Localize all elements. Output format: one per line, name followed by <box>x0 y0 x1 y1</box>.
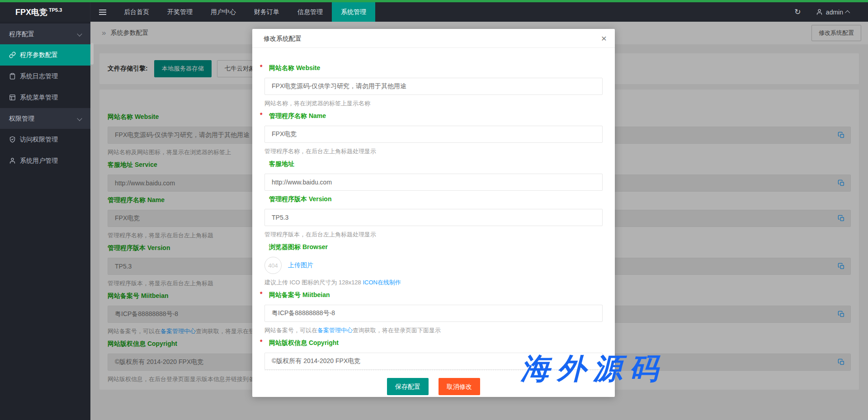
modal-service-input[interactable] <box>264 174 603 191</box>
watermark: 海外源码 <box>521 349 665 388</box>
username: admin <box>826 9 843 16</box>
close-icon[interactable]: × <box>601 29 607 48</box>
nav-item-lottery[interactable]: 开奖管理 <box>158 2 202 22</box>
scrollbar-thumb[interactable] <box>90 43 94 65</box>
nav-item-dashboard[interactable]: 后台首页 <box>115 2 158 22</box>
app-logo-text: FPX电竞 <box>15 7 47 18</box>
field-label: *网站备案号 Miitbeian <box>264 291 603 299</box>
sidebar-item-label: 程序参数配置 <box>20 51 58 59</box>
user-icon <box>9 157 16 164</box>
modal-body: *网站名称 Website 网站名称，将在浏览器的标签上显示名称 *管理程序名称… <box>252 48 615 370</box>
sidebar-group-label: 程序配置 <box>9 30 34 38</box>
sidebar-item-label: 系统用户管理 <box>20 157 58 165</box>
hamburger-menu-icon[interactable] <box>90 2 115 22</box>
chevron-down-icon <box>77 31 82 36</box>
field-helper: 网站名称，将在浏览器的标签上显示名称 <box>264 99 603 108</box>
field-helper: 网站备案号，可以在备案管理中心查询获取，将在登录页面下面显示 <box>264 326 603 335</box>
refresh-icon[interactable]: ↻ <box>788 7 808 17</box>
modal-field-admin-version: 管理程序版本 Version 管理程序版本，在后台左上角标题处理显示 <box>264 195 603 239</box>
field-helper: 管理程序版本，在后台左上角标题处理显示 <box>264 231 603 239</box>
edit-config-modal: 修改系统配置 × *网站名称 Website 网站名称，将在浏览器的标签上显示名… <box>252 29 615 397</box>
required-marker: * <box>260 338 262 345</box>
modal-field-service: 客服地址 <box>264 160 603 191</box>
top-nav: 后台首页 开奖管理 用户中心 财务订单 信息管理 系统管理 <box>115 2 375 22</box>
sidebar-item-program-params[interactable]: 程序参数配置 <box>0 44 90 66</box>
user-icon <box>816 9 823 15</box>
sidebar-item-system-logs[interactable]: 系统日志管理 <box>0 66 90 87</box>
favicon-404-placeholder: 404 <box>264 257 282 274</box>
field-helper: 管理程序名称，在后台左上角标题处理显示 <box>264 147 603 156</box>
sidebar-group-program-config[interactable]: 程序配置 <box>0 24 90 44</box>
sidebar-group-permissions[interactable]: 权限管理 <box>0 108 90 129</box>
modal-field-admin-name: *管理程序名称 Name 管理程序名称，在后台左上角标题处理显示 <box>264 112 603 156</box>
sidebar-item-access-permissions[interactable]: 访问权限管理 <box>0 129 90 150</box>
link-icon <box>9 52 16 58</box>
layout-icon <box>9 94 16 101</box>
top-progress-line <box>0 0 868 2</box>
field-label: *网站名称 Website <box>264 64 603 72</box>
field-helper: 建议上传 ICO 图标的尺寸为 128x128 ICON在线制作 <box>264 278 603 287</box>
modal-field-browser-icon: 浏览器图标 Browser 404 上传图片 建议上传 ICO 图标的尺寸为 1… <box>264 243 603 287</box>
modal-website-input[interactable] <box>264 78 603 95</box>
modal-title: 修改系统配置 <box>264 35 302 42</box>
clipboard-icon <box>9 73 16 80</box>
sidebar-group-label: 权限管理 <box>9 115 34 122</box>
icon-maker-link[interactable]: ICON在线制作 <box>363 279 401 286</box>
field-label: 浏览器图标 Browser <box>264 243 603 251</box>
modal-miitbeian-input[interactable] <box>264 305 603 322</box>
nav-item-usercenter[interactable]: 用户中心 <box>202 2 245 22</box>
app-version: TP5.3 <box>49 7 62 13</box>
field-label: 客服地址 <box>264 160 603 168</box>
modal-field-website: *网站名称 Website 网站名称，将在浏览器的标签上显示名称 <box>264 64 603 108</box>
sidebar-item-system-menus[interactable]: 系统菜单管理 <box>0 87 90 108</box>
chevron-up-icon <box>845 10 850 15</box>
sidebar-item-label: 系统菜单管理 <box>20 94 58 102</box>
modal-admin-name-input[interactable] <box>264 126 603 143</box>
upload-image-link[interactable]: 上传图片 <box>288 261 313 269</box>
chevron-down-icon <box>77 116 82 121</box>
app-logo: FPX电竞 TP5.3 <box>0 2 90 22</box>
modal-header: 修改系统配置 × <box>252 29 615 48</box>
modal-admin-version-input[interactable] <box>264 209 603 226</box>
modal-field-miitbeian: *网站备案号 Miitbeian 网站备案号，可以在备案管理中心查询获取，将在登… <box>264 291 603 335</box>
sidebar-item-label: 访问权限管理 <box>20 136 58 144</box>
required-marker: * <box>260 111 262 118</box>
required-marker: * <box>260 63 262 71</box>
sidebar: 程序配置 程序参数配置 系统日志管理 系统菜单管理 权限管理 访问权限管理 系统… <box>0 22 90 420</box>
field-label: *网站版权信息 Copyright <box>264 339 603 347</box>
field-label: *管理程序名称 Name <box>264 112 603 120</box>
save-config-button[interactable]: 保存配置 <box>387 378 429 395</box>
nav-item-info[interactable]: 信息管理 <box>288 2 332 22</box>
sidebar-item-label: 系统日志管理 <box>20 72 58 80</box>
topbar: FPX电竞 TP5.3 后台首页 开奖管理 用户中心 财务订单 信息管理 系统管… <box>0 2 868 22</box>
nav-item-finance[interactable]: 财务订单 <box>245 2 288 22</box>
sidebar-item-system-users[interactable]: 系统用户管理 <box>0 150 90 171</box>
cancel-button[interactable]: 取消修改 <box>439 378 480 395</box>
shield-check-icon <box>9 136 16 143</box>
user-menu[interactable]: admin <box>816 9 850 16</box>
required-marker: * <box>260 290 262 297</box>
nav-item-system[interactable]: 系统管理 <box>332 2 375 22</box>
beian-center-link[interactable]: 备案管理中心 <box>317 327 353 334</box>
field-label: 管理程序版本 Version <box>264 195 603 203</box>
